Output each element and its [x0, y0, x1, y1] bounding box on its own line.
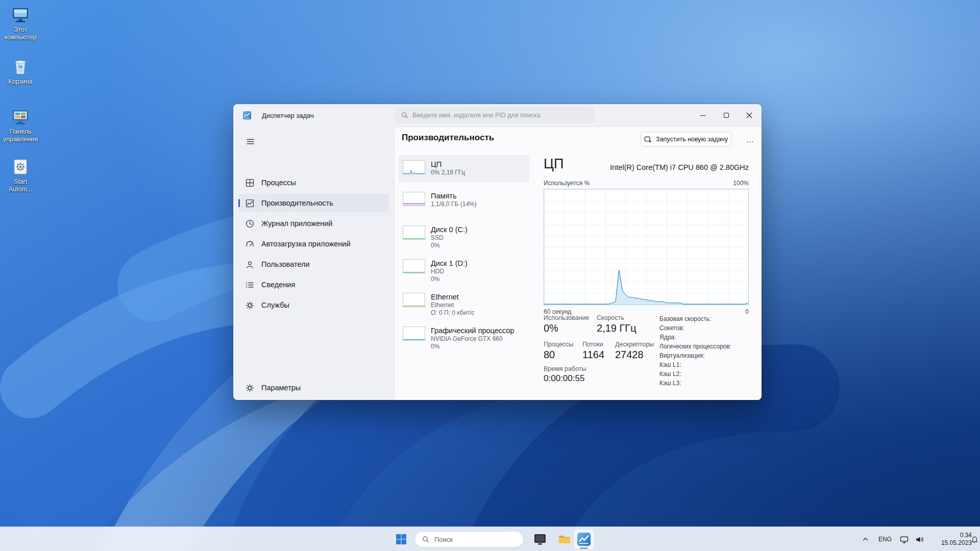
- tray-network-button[interactable]: [896, 527, 912, 551]
- window-title: Диспетчер задач: [262, 112, 314, 119]
- sidebar: Процессы Производительность Журнал прило…: [233, 127, 394, 400]
- computer-icon: [11, 5, 30, 24]
- sidebar-item-users[interactable]: Пользователи: [238, 255, 389, 273]
- desktop-icon-recycle-bin[interactable]: Корзина: [2, 57, 39, 86]
- run-new-task-button[interactable]: Запустить новую задачу: [641, 132, 731, 147]
- bell-icon: [971, 536, 978, 543]
- sidebar-item-label: Процессы: [261, 179, 296, 187]
- sidebar-item-settings[interactable]: Параметры: [238, 379, 389, 397]
- desktop-icon-start-autom[interactable]: Start Autom...: [2, 157, 39, 193]
- perf-item-disk0[interactable]: Диск 0 (C:) SSD 0%: [399, 220, 529, 251]
- perf-item-sub: 0%: [431, 343, 514, 350]
- gear-file-icon: [11, 157, 30, 177]
- network-icon: [900, 535, 909, 544]
- new-task-icon: [644, 136, 652, 143]
- sidebar-item-app-history[interactable]: Журнал приложений: [238, 214, 389, 233]
- hamburger-icon: [246, 137, 255, 146]
- details-list-icon: [246, 281, 254, 289]
- perf-item-sub: 0%: [431, 242, 468, 249]
- sidebar-item-label: Пользователи: [261, 260, 310, 268]
- stat-speed-value: 2,19 ГГц: [597, 322, 636, 334]
- taskbar-task-manager-button[interactable]: [574, 529, 594, 549]
- dark-app-icon: [533, 533, 547, 546]
- taskbar-explorer-button[interactable]: [554, 529, 575, 549]
- search-icon: [401, 112, 408, 119]
- minimize-button[interactable]: [692, 104, 715, 127]
- taskbar-dark-app-button[interactable]: [530, 529, 550, 549]
- titlebar[interactable]: Диспетчер задач: [233, 104, 762, 127]
- memory-mini-graph: [403, 192, 425, 206]
- gpu-mini-graph: [403, 327, 425, 341]
- desktop-icon-this-pc[interactable]: Этот компьютер: [2, 5, 39, 41]
- spec-cache-l2: Кэш L2:: [659, 369, 731, 379]
- spec-virtualization: Виртуализация:: [659, 351, 731, 360]
- stat-threads-label: Потоки: [582, 341, 603, 348]
- spec-cores: Ядра:: [659, 333, 731, 342]
- perf-item-sub: 0% 2,19 ГГц: [431, 169, 465, 177]
- desktop-icon-label: Корзина: [2, 78, 39, 86]
- close-button[interactable]: [738, 104, 761, 127]
- desktop-icon-control-panel[interactable]: Панель управления: [2, 107, 39, 143]
- sidebar-item-details[interactable]: Сведения: [238, 276, 389, 294]
- processes-icon: [246, 179, 254, 187]
- tray-language[interactable]: ENG: [876, 527, 894, 551]
- tray-date: 15.05.2023: [941, 539, 972, 547]
- stat-usage-label: Использование: [544, 314, 589, 321]
- sidebar-item-performance[interactable]: Производительность: [238, 194, 389, 212]
- perf-item-title: ЦП: [431, 160, 465, 169]
- perf-item-memory[interactable]: Память 1,1/8,0 ГБ (14%): [399, 187, 529, 214]
- task-manager-app-icon: [243, 111, 251, 119]
- perf-item-title: Память: [431, 192, 477, 201]
- spec-sockets: Сокетов:: [659, 323, 731, 333]
- tray-chevron-button[interactable]: [856, 527, 874, 551]
- cpu-utilization-graph: [544, 189, 749, 305]
- stat-handles-label: Дескрипторы: [615, 341, 654, 348]
- start-button[interactable]: [391, 529, 411, 549]
- hamburger-menu-button[interactable]: [240, 133, 260, 150]
- performance-icon: [246, 199, 254, 208]
- sidebar-item-processes[interactable]: Процессы: [238, 173, 389, 192]
- tray-volume-button[interactable]: [912, 527, 927, 551]
- notification-center-button[interactable]: [969, 527, 980, 551]
- sidebar-item-services[interactable]: Службы: [238, 296, 389, 314]
- stat-processes-label: Процессы: [544, 341, 573, 348]
- recycle-bin-icon: [11, 57, 30, 77]
- spec-cache-l3: Кэш L3:: [659, 379, 731, 388]
- stat-speed-label: Скорость: [597, 314, 624, 321]
- services-gear-icon: [246, 301, 254, 310]
- perf-item-sub: NVIDIA GeForce GTX 660: [431, 335, 514, 343]
- sidebar-item-label: Сведения: [261, 281, 295, 289]
- perf-item-disk1[interactable]: Диск 1 (D:) HDD 0%: [399, 254, 529, 285]
- stat-uptime-label: Время работы: [544, 365, 586, 372]
- perf-item-cpu[interactable]: ЦП 0% 2,19 ГГц: [399, 155, 529, 183]
- task-manager-window: Диспетчер задач Проце: [233, 104, 762, 400]
- taskmgr-search-box[interactable]: [396, 108, 594, 123]
- stat-uptime-value: 0:00:00:55: [544, 373, 584, 384]
- maximize-button[interactable]: [715, 104, 738, 127]
- maximize-icon: [724, 113, 729, 118]
- cpu-model-name: Intel(R) Core(TM) i7 CPU 860 @ 2.80GHz: [560, 163, 749, 171]
- page-title: Производительность: [402, 133, 494, 143]
- graph-y-label: Используется %: [544, 180, 590, 187]
- spec-logical-processors: Логических процессоров:: [659, 342, 731, 351]
- taskmgr-search-input[interactable]: [412, 112, 588, 119]
- perf-item-gpu[interactable]: Графический процессор NVIDIA GeForce GTX…: [399, 321, 529, 352]
- ellipsis-icon: …: [746, 135, 754, 144]
- ethernet-mini-graph: [403, 293, 425, 307]
- perf-item-ethernet[interactable]: Ethernet Ethernet О: 0 П: 0 кбит/с: [399, 288, 529, 318]
- perf-item-title: Диск 0 (C:): [431, 226, 468, 234]
- more-options-button[interactable]: …: [742, 132, 759, 147]
- windows-logo-icon: [395, 533, 407, 545]
- sidebar-item-startup-apps[interactable]: Автозагрузка приложений: [238, 235, 389, 253]
- sidebar-item-label: Службы: [261, 301, 289, 309]
- sidebar-item-label: Автозагрузка приложений: [261, 240, 351, 248]
- tray-clock[interactable]: 0:34 15.05.2023: [935, 527, 972, 551]
- task-manager-icon: [577, 533, 591, 546]
- taskbar-search[interactable]: Поиск: [414, 531, 524, 547]
- run-new-task-label: Запустить новую задачу: [656, 136, 728, 143]
- language-label: ENG: [878, 536, 892, 543]
- volume-icon: [915, 535, 924, 544]
- perf-item-title: Диск 1 (D:): [431, 259, 468, 268]
- desktop-icon-label: Этот компьютер: [2, 26, 39, 41]
- perf-item-sub: HDD: [431, 268, 468, 276]
